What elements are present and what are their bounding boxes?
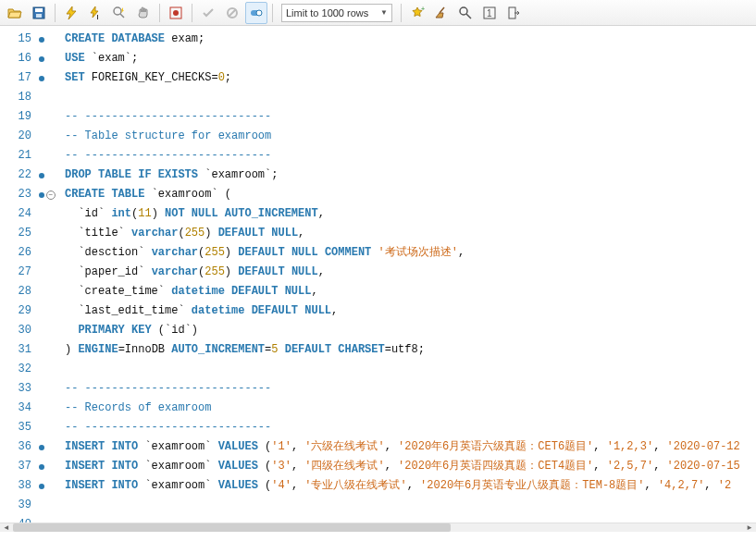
marker-row xyxy=(37,301,61,321)
line-number: 18 xyxy=(0,88,37,107)
svg-line-5 xyxy=(120,14,124,18)
scroll-thumb[interactable] xyxy=(13,523,451,532)
stop-button[interactable] xyxy=(132,2,155,24)
line-number: 24 xyxy=(0,204,37,224)
marker-row xyxy=(37,204,61,224)
marker-row xyxy=(37,321,61,340)
code-line[interactable] xyxy=(61,88,756,107)
toggle-icon xyxy=(249,6,264,20)
autocommit-toggle[interactable] xyxy=(245,2,267,24)
folder-open-icon xyxy=(7,6,22,20)
separator xyxy=(55,4,56,22)
svg-rect-18 xyxy=(509,7,515,18)
code-line[interactable] xyxy=(61,496,756,515)
save-button[interactable] xyxy=(28,2,50,24)
svg-rect-1 xyxy=(35,8,43,12)
line-number-gutter: 1516171819202122232425262728293031323334… xyxy=(0,26,37,532)
reconnect-button[interactable] xyxy=(165,2,187,24)
marker-row xyxy=(37,49,61,68)
statement-marker-icon xyxy=(39,445,44,450)
hand-icon xyxy=(136,6,151,20)
marker-row xyxy=(37,127,61,146)
statement-marker-icon xyxy=(39,173,44,178)
marker-row xyxy=(37,224,61,243)
line-number: 32 xyxy=(0,360,37,379)
snippets-button[interactable] xyxy=(502,2,525,24)
explain-button[interactable] xyxy=(108,2,130,24)
marker-row xyxy=(37,68,61,88)
favorite-button[interactable]: + xyxy=(406,2,428,24)
execute-button[interactable] xyxy=(60,2,82,24)
scroll-left-arrow[interactable]: ◄ xyxy=(0,523,13,532)
code-line[interactable]: `desction` varchar(255) DEFAULT NULL COM… xyxy=(61,243,756,263)
execute-current-button[interactable] xyxy=(84,2,106,24)
code-line[interactable] xyxy=(61,360,756,379)
code-line[interactable]: `id` int(11) NOT NULL AUTO_INCREMENT, xyxy=(61,204,756,224)
line-number: 36 xyxy=(0,437,37,457)
marker-row xyxy=(37,107,61,127)
beautify-button[interactable] xyxy=(430,2,452,24)
code-line[interactable]: -- Table structure for examroom xyxy=(61,127,756,146)
line-number: 19 xyxy=(0,107,37,127)
marker-row xyxy=(37,360,61,379)
chevron-down-icon: ▼ xyxy=(380,8,388,17)
code-line[interactable]: ) ENGINE=InnoDB AUTO_INCREMENT=5 DEFAULT… xyxy=(61,340,756,360)
commit-button[interactable] xyxy=(197,2,219,24)
sql-editor[interactable]: 1516171819202122232425262728293031323334… xyxy=(0,26,756,532)
find-button[interactable] xyxy=(454,2,477,24)
code-line[interactable]: CREATE TABLE `examroom` ( xyxy=(61,185,756,204)
statement-marker-icon xyxy=(39,484,44,489)
line-number: 21 xyxy=(0,146,37,166)
code-line[interactable]: -- ---------------------------- xyxy=(61,418,756,437)
separator xyxy=(401,4,402,22)
marker-row xyxy=(37,476,61,496)
line-number: 20 xyxy=(0,127,37,146)
code-line[interactable]: `last_edit_time` datetime DEFAULT NULL, xyxy=(61,301,756,321)
line-number: 30 xyxy=(0,321,37,340)
scroll-track[interactable] xyxy=(13,523,743,532)
code-line[interactable]: -- ---------------------------- xyxy=(61,379,756,399)
code-area[interactable]: CREATE DATABASE exam;USE `exam`;SET FORE… xyxy=(61,26,756,532)
svg-line-13 xyxy=(440,7,444,13)
marker-row xyxy=(37,30,61,49)
magnify-plain-icon xyxy=(458,6,473,20)
line-number: 39 xyxy=(0,496,37,515)
code-line[interactable]: `title` varchar(255) DEFAULT NULL, xyxy=(61,224,756,243)
lightning-cursor-icon xyxy=(88,6,103,20)
rollback-button[interactable] xyxy=(221,2,243,24)
code-line[interactable]: INSERT INTO `examroom` VALUES ('4', '专业八… xyxy=(61,476,756,496)
exit-icon xyxy=(506,6,521,20)
row-limit-label: Limit to 1000 rows xyxy=(286,7,368,18)
code-line[interactable]: USE `exam`; xyxy=(61,49,756,68)
marker-row xyxy=(37,340,61,360)
code-line[interactable]: DROP TABLE IF EXISTS `examroom`; xyxy=(61,166,756,185)
code-line[interactable]: INSERT INTO `examroom` VALUES ('1', '六级在… xyxy=(61,437,756,457)
scroll-right-arrow[interactable]: ► xyxy=(743,523,756,532)
save-icon xyxy=(31,6,46,20)
code-line[interactable]: INSERT INTO `examroom` VALUES ('3', '四级在… xyxy=(61,457,756,476)
horizontal-scrollbar[interactable]: ◄ ► xyxy=(0,523,756,532)
code-line[interactable]: -- ---------------------------- xyxy=(61,107,756,127)
code-line[interactable]: PRIMARY KEY (`id`) xyxy=(61,321,756,340)
cancel-grey-icon xyxy=(225,6,240,20)
magnify-lightning-icon xyxy=(112,6,127,20)
code-line[interactable]: SET FOREIGN_KEY_CHECKS=0; xyxy=(61,68,756,88)
marker-row: − xyxy=(37,185,61,204)
svg-line-15 xyxy=(466,14,471,18)
wrap-button[interactable]: 1 xyxy=(478,2,501,24)
fold-toggle-icon[interactable]: − xyxy=(46,191,56,200)
code-line[interactable]: -- Records of examroom xyxy=(61,399,756,418)
code-line[interactable]: CREATE DATABASE exam; xyxy=(61,30,756,49)
marker-row xyxy=(37,496,61,515)
code-line[interactable]: `paper_id` varchar(255) DEFAULT NULL, xyxy=(61,263,756,282)
line-number: 16 xyxy=(0,49,37,68)
open-button[interactable] xyxy=(4,2,26,24)
svg-rect-3 xyxy=(97,15,98,19)
line-number: 31 xyxy=(0,340,37,360)
svg-point-14 xyxy=(460,7,467,15)
code-line[interactable]: `create_time` datetime DEFAULT NULL, xyxy=(61,282,756,301)
row-limit-dropdown[interactable]: Limit to 1000 rows ▼ xyxy=(281,4,392,22)
line-number: 38 xyxy=(0,476,37,496)
code-line[interactable]: -- ---------------------------- xyxy=(61,146,756,166)
line-number: 37 xyxy=(0,457,37,476)
